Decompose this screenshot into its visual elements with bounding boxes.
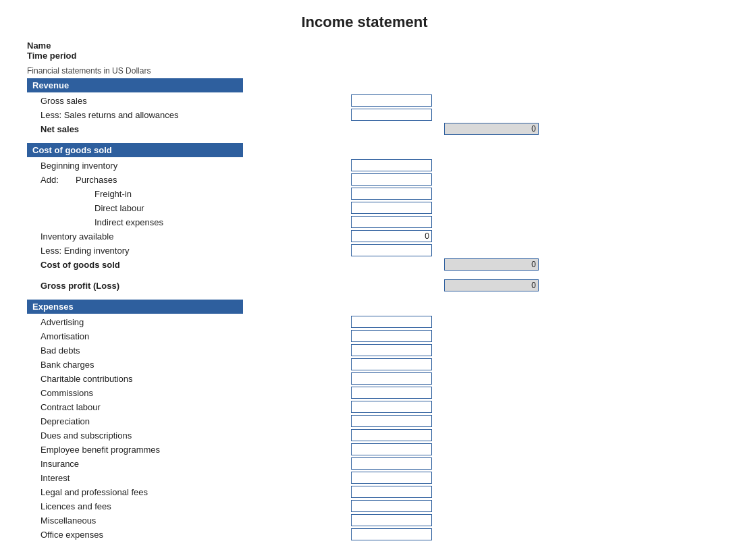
gross-sales-inputs — [351, 94, 432, 107]
gross-sales-row: Gross sales — [27, 94, 702, 107]
bad-debts-label: Bad debts — [27, 345, 351, 356]
net-sales-inputs — [351, 123, 539, 135]
inventory-available-input[interactable] — [351, 230, 432, 242]
licences-label: Licences and fees — [27, 501, 351, 511]
net-sales-row: Net sales — [27, 122, 702, 136]
legal-input[interactable] — [351, 486, 432, 498]
net-sales-label: Net sales — [27, 124, 351, 134]
net-sales-input[interactable] — [444, 123, 539, 135]
dues-input[interactable] — [351, 429, 432, 441]
gross-sales-input[interactable] — [351, 94, 432, 107]
miscellaneous-label: Miscellaneous — [27, 515, 351, 526]
freight-input[interactable] — [351, 188, 432, 200]
bank-charges-input[interactable] — [351, 358, 432, 370]
insurance-label: Insurance — [27, 459, 351, 469]
contract-labour-label: Contract labour — [27, 402, 351, 412]
page-title: Income statement — [27, 13, 702, 31]
legal-row: Legal and professional fees — [27, 485, 702, 499]
office-expenses-input[interactable] — [351, 528, 432, 540]
beginning-inventory-input[interactable] — [351, 159, 432, 171]
gross-profit-input[interactable] — [444, 279, 539, 291]
amortisation-row: Amortisation — [27, 329, 702, 343]
depreciation-input[interactable] — [351, 415, 432, 427]
legal-label: Legal and professional fees — [27, 487, 351, 497]
bad-debts-input[interactable] — [351, 344, 432, 356]
charitable-row: Charitable contributions — [27, 372, 702, 385]
freight-row: Freight-in — [27, 187, 702, 200]
bank-charges-label: Bank charges — [27, 360, 351, 370]
gross-profit-row: Gross profit (Loss) — [27, 279, 702, 292]
insurance-input[interactable] — [351, 457, 432, 470]
sales-returns-row: Less: Sales returns and allowances — [27, 108, 702, 121]
sales-returns-input[interactable] — [351, 109, 432, 121]
indirect-expenses-row: Indirect expenses — [27, 215, 702, 229]
commissions-row: Commissions — [27, 386, 702, 399]
licences-input[interactable] — [351, 500, 432, 512]
office-expenses-label: Office expenses — [27, 530, 351, 540]
charitable-input[interactable] — [351, 372, 432, 385]
purchases-input[interactable] — [351, 173, 432, 186]
ending-inventory-input[interactable] — [351, 244, 432, 256]
commissions-label: Commissions — [27, 388, 351, 398]
amortisation-label: Amortisation — [27, 331, 351, 341]
purchases-label: Add: Purchases — [27, 175, 351, 185]
employee-benefit-input[interactable] — [351, 443, 432, 455]
bank-charges-row: Bank charges — [27, 358, 702, 371]
indirect-expenses-label: Indirect expenses — [27, 217, 351, 227]
ending-inventory-label: Less: Ending inventory — [27, 246, 351, 256]
time-period-label: Time period — [27, 51, 702, 61]
subtitle: Financial statements in US Dollars — [27, 66, 702, 76]
inventory-available-label: Inventory available — [27, 231, 351, 242]
contract-labour-input[interactable] — [351, 401, 432, 413]
advertising-row: Advertising — [27, 315, 702, 329]
commissions-input[interactable] — [351, 387, 432, 399]
contract-labour-row: Contract labour — [27, 400, 702, 414]
bad-debts-row: Bad debts — [27, 343, 702, 357]
amortisation-input[interactable] — [351, 330, 432, 342]
licences-row: Licences and fees — [27, 499, 702, 513]
depreciation-label: Depreciation — [27, 416, 351, 426]
office-expenses-row: Office expenses — [27, 528, 702, 541]
miscellaneous-input[interactable] — [351, 514, 432, 526]
interest-row: Interest — [27, 471, 702, 484]
inventory-available-row: Inventory available — [27, 229, 702, 243]
gross-profit-label: Gross profit (Loss) — [27, 281, 351, 291]
ending-inventory-row: Less: Ending inventory — [27, 244, 702, 257]
dues-row: Dues and subscriptions — [27, 428, 702, 442]
insurance-row: Insurance — [27, 457, 702, 470]
freight-label: Freight-in — [27, 189, 351, 199]
miscellaneous-row: Miscellaneous — [27, 513, 702, 527]
employee-benefit-label: Employee benefit programmes — [27, 445, 351, 455]
purchases-row: Add: Purchases — [27, 173, 702, 186]
indirect-expenses-input[interactable] — [351, 216, 432, 228]
beginning-inventory-row: Beginning inventory — [27, 159, 702, 172]
cogs-total-label: Cost of goods sold — [27, 260, 351, 270]
name-label: Name — [27, 40, 702, 51]
charitable-label: Charitable contributions — [27, 374, 351, 384]
direct-labour-input[interactable] — [351, 202, 432, 214]
advertising-label: Advertising — [27, 317, 351, 327]
interest-input[interactable] — [351, 472, 432, 484]
meta-block: Name Time period — [27, 40, 702, 61]
cogs-header: Cost of goods sold — [27, 143, 243, 157]
direct-labour-label: Direct labour — [27, 203, 351, 213]
direct-labour-row: Direct labour — [27, 201, 702, 215]
cogs-total-input[interactable] — [444, 258, 539, 271]
cogs-total-row: Cost of goods sold — [27, 258, 702, 271]
sales-returns-label: Less: Sales returns and allowances — [27, 110, 351, 120]
sales-returns-inputs — [351, 109, 432, 121]
employee-benefit-row: Employee benefit programmes — [27, 443, 702, 456]
revenue-header: Revenue — [27, 78, 243, 92]
dues-label: Dues and subscriptions — [27, 430, 351, 441]
interest-label: Interest — [27, 473, 351, 483]
depreciation-row: Depreciation — [27, 414, 702, 428]
expenses-header: Expenses — [27, 300, 243, 314]
advertising-input[interactable] — [351, 316, 432, 328]
gross-sales-label: Gross sales — [27, 96, 351, 106]
beginning-inventory-label: Beginning inventory — [27, 161, 351, 171]
